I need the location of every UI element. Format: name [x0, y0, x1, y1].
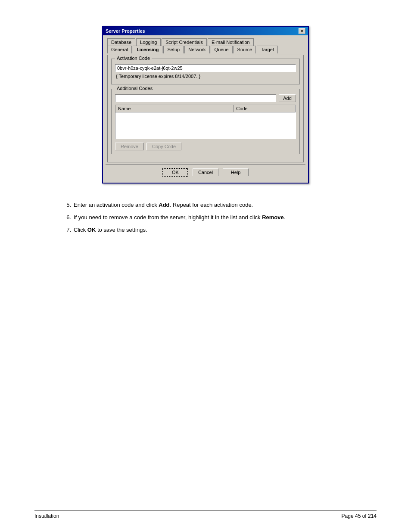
footer-right: Page 45 of 214	[342, 513, 377, 519]
tab-queue[interactable]: Queue	[211, 46, 233, 53]
instruction-7-bold: OK	[87, 227, 96, 233]
tab-general[interactable]: General	[107, 46, 132, 53]
instructions: 5. Enter an activation code and click Ad…	[55, 201, 356, 238]
instruction-5-bold: Add	[159, 202, 169, 208]
tab-row-2: General Licensing Setup Network Queue	[106, 45, 305, 53]
tab-source[interactable]: Source	[234, 46, 256, 53]
add-code-row: Add	[115, 94, 296, 102]
tab-rows: Database Logging Script Credentials E-ma…	[106, 38, 305, 53]
activation-code-group: Activation Code { Temporary license expi…	[111, 59, 300, 84]
footer-left: Installation	[34, 513, 59, 519]
instruction-6-bold: Remove	[262, 214, 284, 221]
tab-network[interactable]: Network	[184, 46, 209, 53]
add-button[interactable]: Add	[279, 94, 296, 102]
close-button[interactable]: ×	[299, 28, 305, 34]
instructions-list: 5. Enter an activation code and click Ad…	[55, 201, 356, 234]
additional-code-input[interactable]	[115, 94, 276, 102]
instruction-5-text: Enter an activation code and click Add. …	[74, 201, 356, 210]
instruction-5-num: 5.	[59, 201, 71, 210]
instruction-7-num: 7.	[59, 226, 71, 235]
additional-codes-group: Additional Codes Add Name Code	[111, 89, 300, 154]
instruction-6: 6. If you need to remove a code from the…	[55, 213, 356, 222]
tab-content-licensing: Activation Code { Temporary license expi…	[107, 55, 304, 162]
tab-setup[interactable]: Setup	[163, 46, 184, 53]
activation-code-inner: { Temporary license expires 8/14/2007. }	[115, 62, 296, 79]
instruction-6-num: 6.	[59, 213, 71, 222]
instruction-7-text: Click OK to save the settings.	[74, 226, 356, 235]
instruction-5: 5. Enter an activation code and click Ad…	[55, 201, 356, 210]
tab-target[interactable]: Target	[257, 46, 278, 53]
server-properties-dialog: Server Properties × Database Logging Scr…	[102, 26, 309, 184]
column-header-code: Code	[234, 105, 296, 112]
list-body[interactable]	[115, 112, 296, 139]
dialog-body: Database Logging Script Credentials E-ma…	[103, 35, 308, 183]
column-header-name: Name	[115, 105, 234, 112]
list-header: Name Code	[115, 105, 296, 112]
dialog-titlebar: Server Properties ×	[103, 27, 308, 35]
tab-logging[interactable]: Logging	[136, 38, 161, 46]
tab-licensing[interactable]: Licensing	[133, 46, 162, 53]
code-buttons-row: Remove Copy Code	[115, 143, 296, 150]
copy-code-button[interactable]: Copy Code	[146, 143, 181, 150]
activation-code-legend: Activation Code	[115, 56, 152, 61]
activation-code-input[interactable]	[115, 64, 296, 72]
tab-script-credentials[interactable]: Script Credentials	[162, 38, 207, 46]
tab-row-1: Database Logging Script Credentials E-ma…	[106, 38, 305, 45]
remove-button[interactable]: Remove	[115, 143, 144, 150]
codes-list-view: Name Code	[115, 105, 296, 139]
dialog-title: Server Properties	[106, 28, 145, 34]
instruction-6-text: If you need to remove a code from the se…	[74, 213, 356, 222]
dialog-footer: OK Cancel Help	[106, 164, 305, 180]
license-note: { Temporary license expires 8/14/2007. }	[115, 74, 296, 79]
page-footer: Installation Page 45 of 214	[34, 510, 377, 519]
additional-codes-legend: Additional Codes	[115, 86, 154, 91]
tab-database[interactable]: Database	[107, 38, 135, 46]
ok-button[interactable]: OK	[162, 168, 188, 177]
instruction-7: 7. Click OK to save the settings.	[55, 226, 356, 235]
tab-email-notification[interactable]: E-mail Notification	[208, 38, 254, 46]
help-button[interactable]: Help	[223, 168, 249, 176]
cancel-button[interactable]: Cancel	[193, 168, 218, 176]
additional-codes-inner: Add Name Code Remove	[115, 93, 296, 150]
